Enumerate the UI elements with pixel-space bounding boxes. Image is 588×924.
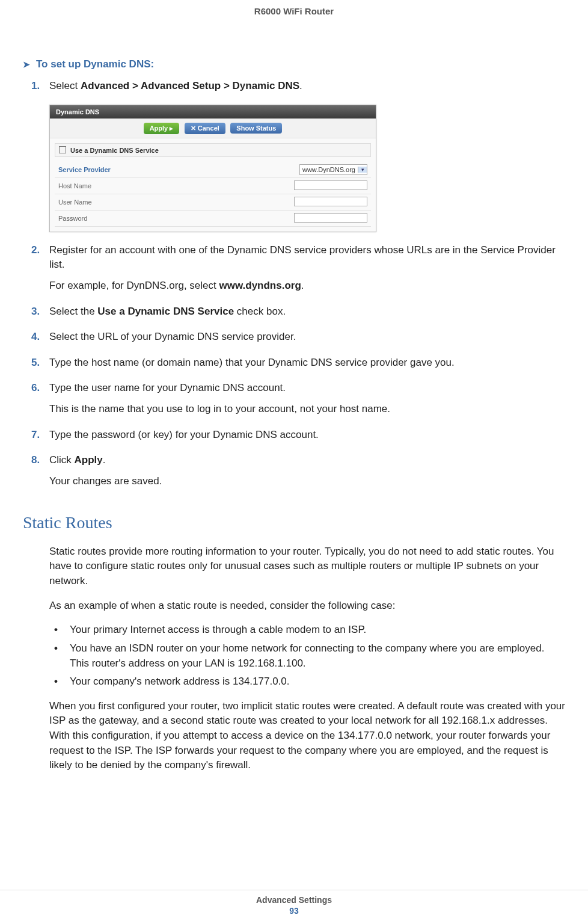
static-routes-p1: Static routes provide more routing infor… [49, 544, 565, 589]
list-item: •You have an ISDN router on your home ne… [49, 641, 565, 671]
apply-button[interactable]: Apply ▸ [144, 123, 180, 134]
step-text: Click Apply. [49, 453, 565, 468]
step-number: 4. [23, 330, 49, 351]
step-text: Type the password (or key) for your Dyna… [49, 428, 565, 443]
step-text: Select the Use a Dynamic DNS Service che… [49, 304, 565, 319]
label-user-name: User Name [55, 194, 228, 210]
step-subtext: This is the name that you use to log in … [49, 402, 565, 417]
show-status-button[interactable]: Show Status [230, 123, 282, 134]
static-routes-p2: As an example of when a static route is … [49, 599, 565, 614]
lead-title: To set up Dynamic DNS: [36, 58, 154, 70]
page-footer: Advanced Settings 93 [0, 890, 588, 916]
step-number: 3. [23, 304, 49, 325]
list-item: •Your company's network address is 134.1… [49, 674, 565, 689]
step-number: 6. [23, 381, 49, 422]
password-input[interactable] [294, 213, 367, 223]
step-text: Register for an account with one of the … [49, 243, 565, 273]
step-number: 5. [23, 356, 49, 377]
use-ddns-checkbox-row[interactable]: Use a Dynamic DNS Service [55, 143, 371, 157]
step-number: 1. [23, 79, 49, 100]
label-service-provider: Service Provider [55, 162, 228, 178]
user-name-input[interactable] [294, 197, 367, 206]
step-number: 2. [23, 243, 49, 300]
checkbox-icon[interactable] [59, 146, 66, 153]
step-text: Type the user name for your Dynamic DNS … [49, 381, 565, 396]
label-password: Password [55, 210, 228, 226]
step-number: 7. [23, 428, 49, 449]
static-routes-p3: When you first configured your router, t… [49, 699, 565, 773]
step-number: 8. [23, 453, 49, 494]
dynamic-dns-screenshot: Dynamic DNS Apply ▸ ✕ Cancel Show Status… [49, 105, 376, 232]
step-text: Type the host name (or domain name) that… [49, 356, 565, 371]
section-static-routes-heading: Static Routes [23, 513, 565, 532]
step-subtext: For example, for DynDNS.org, select www.… [49, 279, 565, 294]
list-item: •Your primary Internet access is through… [49, 623, 565, 638]
chevron-down-icon[interactable]: ▾ [358, 167, 367, 173]
lead-arrow-icon: ➤ [23, 60, 30, 69]
label-host-name: Host Name [55, 177, 228, 194]
page-header: R6000 WiFi Router [23, 6, 565, 16]
cancel-button[interactable]: ✕ Cancel [185, 123, 225, 134]
step-text: Select Advanced > Advanced Setup > Dynam… [49, 79, 565, 94]
service-provider-select[interactable]: www.DynDNS.org ▾ [299, 164, 367, 175]
step-text: Select the URL of your Dynamic DNS servi… [49, 330, 565, 345]
host-name-input[interactable] [294, 180, 367, 190]
step-subtext: Your changes are saved. [49, 474, 565, 489]
shot-titlebar: Dynamic DNS [50, 105, 376, 119]
